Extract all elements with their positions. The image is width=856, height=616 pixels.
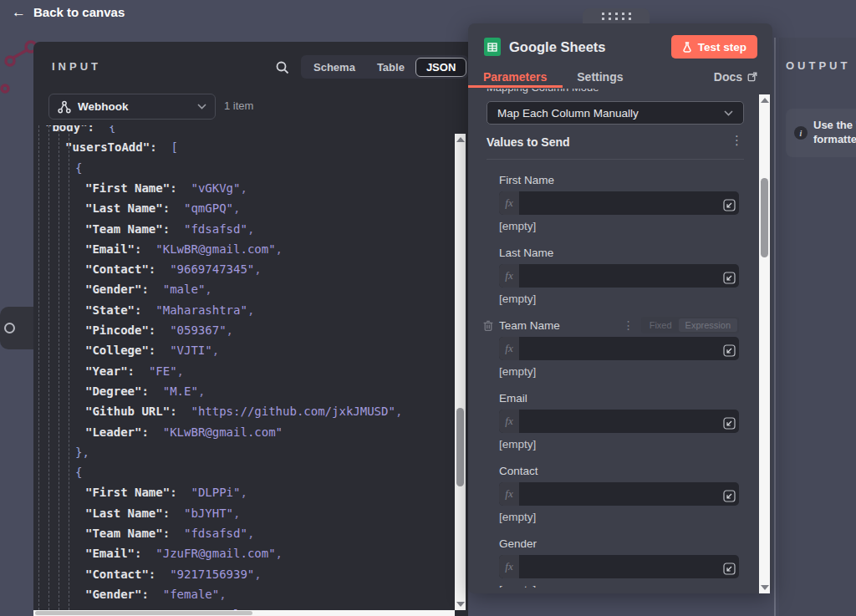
param-value-input[interactable]: fx [499,555,739,578]
param-group-email: Emailfx[empty] [499,392,739,459]
google-sheets-icon [483,38,502,56]
back-to-canvas-button[interactable]: ← Back to canvas [12,5,125,19]
panel-drag-handle[interactable] [583,8,650,23]
mapping-mode-value: Map Each Column Manually [497,107,724,120]
json-line: "State": "Maharashtra", [85,303,254,317]
input-view-tabs: SchemaTableJSON [301,55,468,79]
expression-fx-prefix: fx [499,191,519,215]
json-value: "fdsafsd" [184,527,247,540]
tab-settings[interactable]: Settings [577,70,623,84]
json-colon: : [141,283,162,296]
json-horizontal-scrollbar[interactable] [33,610,455,616]
expand-editor-icon[interactable] [723,199,736,211]
json-comma: , [276,547,283,560]
json-key: "Contact" [85,568,149,581]
json-key: "Team Name" [85,222,163,236]
toggle-expression[interactable]: Expression [679,318,737,332]
json-key: "Gender" [85,283,141,296]
scroll-up-arrow[interactable] [761,98,769,103]
param-label: Contact [499,465,739,477]
view-tab-schema[interactable]: Schema [303,58,366,77]
json-comma: , [233,507,240,520]
json-line: "First Name": "vGKVg", [85,181,247,195]
json-colon: : [170,181,191,195]
param-label: Email [499,392,739,405]
json-colon: : [149,323,170,337]
view-tab-json[interactable]: JSON [415,58,466,77]
scroll-up-arrow[interactable] [456,137,465,142]
values-options-kebab-icon[interactable]: ⋮ [731,133,743,148]
output-info-text: formatte [813,133,856,145]
json-value: "VJTI" [170,344,212,357]
test-step-label: Test step [698,41,746,53]
param-value-input[interactable]: fx [499,264,739,288]
expand-editor-icon[interactable] [723,417,736,430]
param-value-input[interactable]: fx [499,410,739,433]
json-key: "First Name" [85,486,170,499]
json-bracket: { [109,125,115,134]
active-tab-underline [468,85,563,88]
parameters-scroll-thumb[interactable] [761,178,768,257]
trash-icon[interactable] [482,320,494,332]
node-tabs: ParametersSettings [483,70,624,84]
json-line: "Email": "KLwBR@gmail.com", [85,242,283,256]
search-icon[interactable] [275,60,290,75]
json-colon: : [149,262,170,276]
json-hscroll-thumb[interactable] [35,611,252,615]
json-value: "https://github.com/jxkJMUSD" [191,405,395,418]
tab-parameters[interactable]: Parameters [483,70,547,84]
json-line: "Gender": "female", [85,588,227,601]
json-comma: , [205,283,211,296]
expression-fx-prefix: fx [499,264,519,288]
json-line: "Leader": "KLwBR@gmail.com" [85,425,283,439]
input-panel-title: INPUT [52,60,101,73]
json-colon: : [150,140,171,154]
json-line: "Contact": "9217156939", [85,568,262,581]
json-key: "Leader" [85,425,141,439]
param-value-input[interactable]: fx [499,191,739,215]
json-scroll-thumb[interactable] [456,408,464,486]
test-step-button[interactable]: Test step [671,35,757,59]
parameters-scroll-area: Mapping Column Mode Map Each Column Manu… [468,89,759,588]
docs-link[interactable]: Docs [714,70,757,84]
parameters-vertical-scrollbar[interactable] [759,94,770,593]
expand-editor-icon[interactable] [723,490,736,502]
param-group-team-name: Team Name⋮FixedExpressionfx[empty] [499,319,739,386]
json-colon: : [135,303,155,317]
param-label: First Name [499,174,739,186]
json-value: "059367" [170,323,226,337]
json-comma: , [247,303,254,317]
json-value: "male" [163,283,206,296]
json-value: "DLPPi" [191,486,240,499]
json-bracket: [ [171,140,177,154]
mapping-column-mode-label: Mapping Column Mode [487,89,759,94]
expand-editor-icon[interactable] [723,563,736,575]
expression-fx-prefix: fx [499,482,519,506]
input-panel-side-tab[interactable] [0,307,33,349]
fixed-expression-toggle[interactable]: FixedExpression [641,317,739,333]
drag-dots-icon [602,13,631,20]
json-colon: : [141,425,162,439]
scroll-down-arrow[interactable] [761,585,769,590]
expression-fx-prefix: fx [499,337,519,360]
param-value-input[interactable]: fx [499,482,739,506]
ring-icon [4,323,15,333]
scroll-down-arrow[interactable] [456,602,465,607]
mapping-column-mode-select[interactable]: Map Each Column Manually [487,101,744,125]
expand-editor-icon[interactable] [723,344,736,357]
view-tab-table[interactable]: Table [366,58,415,77]
json-line: "Team Name": "fdsafsd", [85,527,254,540]
param-value-input[interactable]: fx [499,337,739,360]
json-vertical-scrollbar[interactable] [455,134,466,610]
docs-label: Docs [714,70,742,84]
output-panel-title: OUTPUT [786,59,850,72]
json-value: "female" [163,588,219,601]
json-bracket: }, [75,445,89,459]
toggle-fixed[interactable]: Fixed [643,318,679,332]
json-key: "Contact" [85,262,149,276]
json-key: "Email" [85,242,135,256]
json-comma: , [240,486,247,499]
input-source-selector[interactable]: Webhook [48,94,216,120]
field-options-kebab-icon[interactable]: ⋮ [623,318,634,332]
expand-editor-icon[interactable] [723,272,736,284]
